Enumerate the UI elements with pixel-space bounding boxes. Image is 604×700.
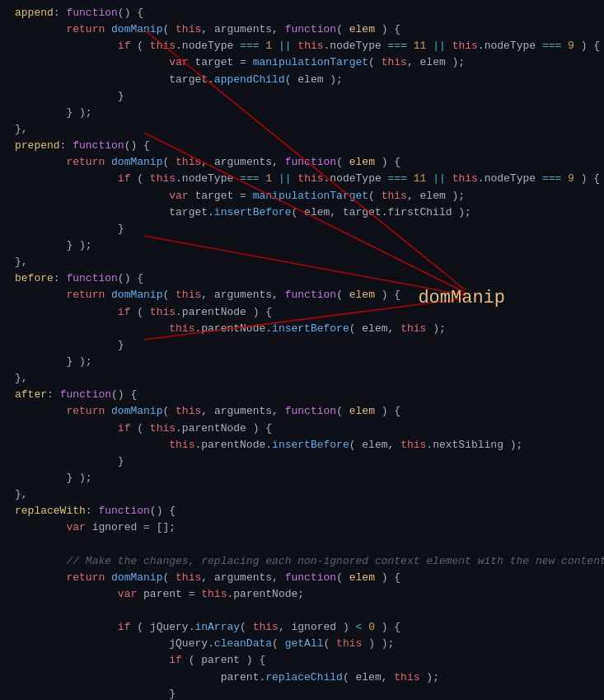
code-line: var ignored = []; (8, 519, 604, 536)
code-line: return domManip( this, arguments, functi… (8, 154, 604, 171)
code-line: if ( jQuery.inArray( this, ignored ) < 0… (8, 619, 604, 636)
code-line (8, 537, 604, 553)
code-line: }, (8, 254, 604, 270)
code-line: } ); (8, 237, 604, 254)
code-line: target.insertBefore( elem, target.firstC… (8, 204, 604, 221)
code-line: this.parentNode.insertBefore( elem, this… (8, 321, 604, 337)
code-line: var target = manipulationTarget( this, e… (8, 54, 604, 71)
code-line: after: function() { (8, 387, 604, 403)
code-viewer: append: function() { return domManip( th… (0, 0, 604, 700)
code-line: } (8, 686, 604, 700)
code-line: } (8, 221, 604, 237)
code-line: return domManip( this, arguments, functi… (8, 21, 604, 38)
code-line: before: function() { (8, 270, 604, 287)
code-line: return domManip( this, arguments, functi… (8, 403, 604, 420)
code-line: }, (8, 370, 604, 387)
code-line: var parent = this.parentNode; (8, 586, 604, 603)
code-line: } (8, 453, 604, 470)
code-line: target.appendChild( elem ); (8, 72, 604, 88)
code-line: prepend: function() { (8, 138, 604, 154)
code-line: if ( this.parentNode ) { (8, 420, 604, 437)
code-line: jQuery.cleanData( getAll( this ) ); (8, 636, 604, 652)
code-line: if ( this.nodeType === 1 || this.nodeTyp… (8, 171, 604, 187)
code-line: }, (8, 486, 604, 503)
code-line: } ); (8, 470, 604, 486)
code-line: }, (8, 121, 604, 138)
code-line: } (8, 88, 604, 105)
dommanip-label: domManip (418, 284, 505, 312)
code-line: } (8, 337, 604, 354)
code-line (8, 603, 604, 619)
code-line: parent.replaceChild( elem, this ); (8, 669, 604, 686)
code-line: append: function() { (8, 5, 604, 21)
code-line: if ( this.nodeType === 1 || this.nodeTyp… (8, 38, 604, 54)
code-line: return domManip( this, arguments, functi… (8, 287, 604, 303)
code-line: this.parentNode.insertBefore( elem, this… (8, 437, 604, 453)
code-line: } ); (8, 354, 604, 370)
code-line: } ); (8, 105, 604, 121)
code-line: return domManip( this, arguments, functi… (8, 570, 604, 586)
code-line: var target = manipulationTarget( this, e… (8, 188, 604, 204)
code-line: replaceWith: function() { (8, 503, 604, 519)
code-line: if ( parent ) { (8, 652, 604, 669)
code-line: if ( this.parentNode ) { (8, 304, 604, 321)
code-line: // Make the changes, replacing each non-… (8, 553, 604, 570)
